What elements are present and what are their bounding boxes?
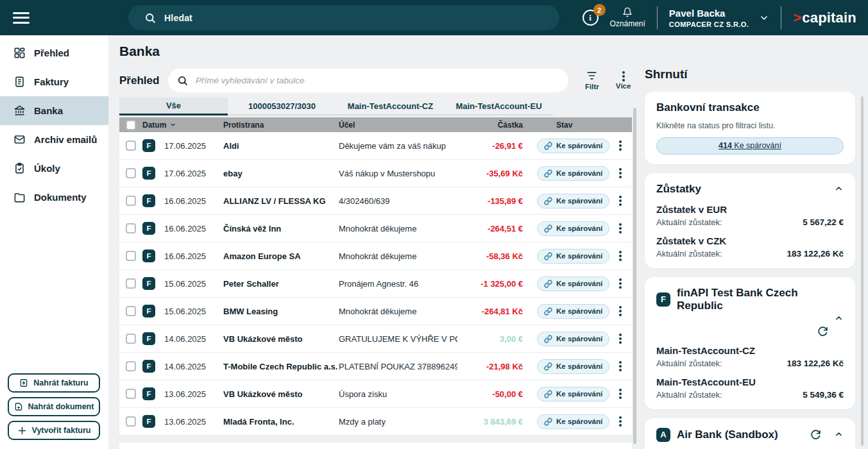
upload-invoice-button[interactable]: Nahrát fakturu [8,373,100,393]
finapi-bank-card: F finAPI Test Bank Czech Republic Main-T… [645,277,855,409]
notifications-button[interactable]: Oznámení [610,7,645,28]
sidebar-item-archiv-emailu[interactable]: Archiv emailů [0,125,108,154]
transaction-date: 16.06.2025 [164,224,223,233]
table-row[interactable]: F 14.06.2025 T-Mobile Czech Republic a.s… [119,353,632,380]
sidebar-item-faktury[interactable]: Faktury [0,67,108,96]
row-checkbox[interactable] [126,223,136,233]
table-row[interactable]: F 13.06.2025 VB Ukázkové město Úspora zi… [119,380,632,408]
summary-scrollbar[interactable] [861,96,864,446]
status-chip[interactable]: Ke spárování [537,304,609,319]
table-row[interactable]: F 16.06.2025 Čínská věž Inn Mnohokrát dě… [119,215,632,242]
column-header-protistrana[interactable]: Protistrana [223,121,339,130]
to-match-status-pill[interactable]: 414 Ke spárování [656,137,844,155]
table-row[interactable]: F 16.06.2025 ALLIANZ LV / FLESSA KG 4/30… [119,187,632,215]
row-checkbox[interactable] [126,416,136,427]
status-chip[interactable]: Ke spárování [537,221,609,236]
column-header-stav[interactable]: Stav [529,121,609,130]
tab-vse[interactable]: Vše [119,97,228,115]
link-icon [544,197,552,205]
row-menu-button[interactable] [609,334,632,344]
row-checkbox[interactable] [126,196,136,206]
collapse-chevron-up-icon[interactable] [834,430,844,439]
link-icon [544,169,552,178]
column-header-castka[interactable]: Částka [457,121,529,130]
row-menu-button[interactable] [609,251,632,261]
table-row[interactable]: F 15.06.2025 Peter Schaller Pronájem Agn… [119,270,632,298]
status-chip[interactable]: Ke spárování [537,166,609,181]
balances-card: Zůstatky Zůstatek v EUR Aktuální zůstate… [645,173,855,268]
sidebar-item-label: Archiv emailů [34,134,97,145]
main-content: Banka Přehled Filtr Více Vše 1000053027/… [108,35,637,449]
status-chip[interactable]: Ke spárování [537,276,609,291]
collapse-chevron-up-icon[interactable] [834,184,844,194]
info-badge: 2 [593,4,606,16]
link-icon [544,142,552,150]
status-chip[interactable]: Ke spárování [537,359,609,374]
sidebar-item-prehled[interactable]: Přehled [0,38,108,67]
upload-document-button[interactable]: Nahrát dokument [8,397,100,416]
row-checkbox[interactable] [126,168,136,178]
select-all-checkbox[interactable] [126,120,136,130]
sidebar-item-dokumenty[interactable]: Dokumenty [0,183,108,212]
info-button[interactable]: i 2 [583,10,599,26]
row-menu-button[interactable] [609,361,632,371]
row-menu-button[interactable] [609,140,632,151]
column-header-ucel[interactable]: Účel [339,121,457,130]
status-chip[interactable]: Ke spárování [537,332,609,346]
collapse-chevron-up-icon[interactable] [834,314,844,323]
create-invoice-button[interactable]: Vytvořit fakturu [8,421,100,440]
row-menu-button[interactable] [609,223,632,233]
tab-main-testaccount-eu[interactable]: Main-TestAccount-EU [445,97,553,115]
brand-logo[interactable]: >capitain [793,10,856,26]
table-row[interactable]: F 15.06.2025 BMW Leasing Mnohokrát děkuj… [119,298,632,325]
transaction-amount: -58,36 Kč [457,251,529,261]
row-checkbox[interactable] [126,389,136,399]
column-header-datum[interactable]: Datum [142,121,223,130]
table-row[interactable]: F 14.06.2025 VB Ukázkové město GRATULUJE… [119,325,632,353]
row-checkbox[interactable] [126,334,136,344]
sidebar-item-banka[interactable]: Banka [0,96,108,125]
transaction-counterparty: T-Mobile Czech Republic a.s. [223,362,339,371]
table-search-input[interactable] [194,75,559,86]
table-row[interactable]: F 17.06.2025 Aldi Děkujeme vám za váš ná… [119,132,632,160]
row-checkbox[interactable] [126,278,136,289]
tab-account-number[interactable]: 1000053027/3030 [228,97,336,115]
status-chip[interactable]: Ke spárování [537,194,609,208]
transaction-purpose: Mnohokrát děkujeme [339,224,457,233]
tab-main-testaccount-cz[interactable]: Main-TestAccount-CZ [336,97,445,115]
row-checkbox[interactable] [126,361,136,371]
table-row[interactable]: F 17.06.2025 ebay Váš nákup v Mustershop… [119,160,632,187]
user-menu[interactable]: Pavel Backa COMPACER CZ S.R.O. [669,8,769,28]
dashboard-icon [13,47,26,59]
filter-hint: Klikněte na status pro filtraci listu. [656,121,844,130]
row-menu-button[interactable] [609,416,632,427]
sidebar-item-ukoly[interactable]: Úkoly [0,154,108,183]
status-chip[interactable]: Ke spárování [537,139,609,153]
refresh-icon[interactable] [817,326,828,337]
more-button[interactable]: Více [616,72,631,90]
row-menu-button[interactable] [609,278,632,289]
search-icon [177,75,188,86]
hamburger-menu-icon[interactable] [13,9,30,26]
status-chip[interactable]: Ke spárování [537,249,609,264]
row-checkbox[interactable] [126,140,136,151]
bank-transactions-card: Bankovní transakce Klikněte na status pr… [645,92,855,164]
top-bar: Hledat i 2 Oznámení Pavel Backa COMPACER… [0,0,868,35]
status-chip[interactable]: Ke spárování [537,414,609,429]
filter-button[interactable]: Filtr [585,71,599,90]
row-menu-button[interactable] [609,196,632,206]
global-search-input[interactable]: Hledat [128,5,559,30]
row-checkbox[interactable] [126,306,136,316]
table-row[interactable]: F 13.06.2025 Mladá Fronta, Inc. Mzdy a p… [119,408,632,436]
table-scrollbar[interactable] [633,108,636,444]
row-menu-button[interactable] [609,389,632,399]
table-row[interactable]: F 16.06.2025 Amazon Europe SA Mnohokrát … [119,242,632,270]
row-menu-button[interactable] [609,168,632,178]
status-chip[interactable]: Ke spárování [537,387,609,402]
partially-visible-row [119,443,632,449]
invoices-icon [13,76,26,88]
row-menu-button[interactable] [609,306,632,316]
row-checkbox[interactable] [126,251,136,261]
link-icon [544,307,552,316]
refresh-icon[interactable] [810,429,821,440]
